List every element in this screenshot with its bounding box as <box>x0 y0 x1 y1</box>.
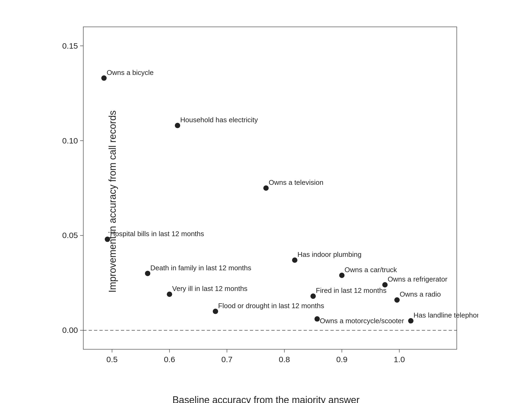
svg-point-28 <box>105 237 110 242</box>
svg-point-48 <box>408 318 414 323</box>
svg-text:1.0: 1.0 <box>394 355 405 364</box>
svg-text:0.9: 0.9 <box>336 355 347 364</box>
svg-text:Hospital bills in last 12 mont: Hospital bills in last 12 months <box>110 230 204 238</box>
svg-text:Fired in last 12 months: Fired in last 12 months <box>316 286 386 294</box>
chart-svg: 0.50.60.70.80.91.00.000.050.100.15Owns a… <box>54 16 478 371</box>
svg-text:Owns a refrigerator: Owns a refrigerator <box>388 275 448 283</box>
svg-point-42 <box>394 297 400 303</box>
svg-text:Flood or drought in last 12 mo: Flood or drought in last 12 months <box>218 302 324 310</box>
svg-point-24 <box>175 123 180 128</box>
x-axis-label: Baseline accuracy from the majority answ… <box>172 394 360 403</box>
svg-point-46 <box>314 316 320 322</box>
svg-point-44 <box>213 309 218 314</box>
svg-text:Has indoor plumbing: Has indoor plumbing <box>297 250 361 258</box>
svg-text:Owns a car/truck: Owns a car/truck <box>344 266 397 274</box>
svg-text:0.7: 0.7 <box>221 355 233 364</box>
svg-text:Owns a motorcycle/scooter: Owns a motorcycle/scooter <box>320 317 404 325</box>
svg-point-34 <box>339 273 344 278</box>
chart-wrapper: Improvement in accuracy from call record… <box>38 16 494 387</box>
svg-text:Owns a television: Owns a television <box>269 178 323 186</box>
svg-text:Owns a radio: Owns a radio <box>400 290 441 298</box>
svg-text:Has landline telephone: Has landline telephone <box>414 311 478 319</box>
svg-point-40 <box>310 293 316 299</box>
chart-container: Improvement in accuracy from call record… <box>0 0 532 403</box>
svg-point-30 <box>292 257 297 263</box>
svg-point-22 <box>101 75 107 81</box>
svg-point-32 <box>145 271 150 276</box>
svg-text:Household has electricity: Household has electricity <box>180 116 258 124</box>
svg-text:Owns a bicycle: Owns a bicycle <box>107 69 154 77</box>
svg-text:0.05: 0.05 <box>62 231 78 240</box>
svg-text:0.00: 0.00 <box>62 326 78 334</box>
svg-text:Death in family in last 12 mon: Death in family in last 12 months <box>150 264 251 272</box>
svg-text:0.5: 0.5 <box>106 355 118 364</box>
svg-text:0.15: 0.15 <box>62 41 78 50</box>
svg-point-26 <box>263 185 269 191</box>
svg-text:0.8: 0.8 <box>279 355 290 364</box>
svg-text:Very ill in last 12 months: Very ill in last 12 months <box>172 285 247 293</box>
svg-text:0.10: 0.10 <box>62 136 78 145</box>
svg-text:0.6: 0.6 <box>164 355 175 364</box>
svg-point-38 <box>167 292 172 297</box>
